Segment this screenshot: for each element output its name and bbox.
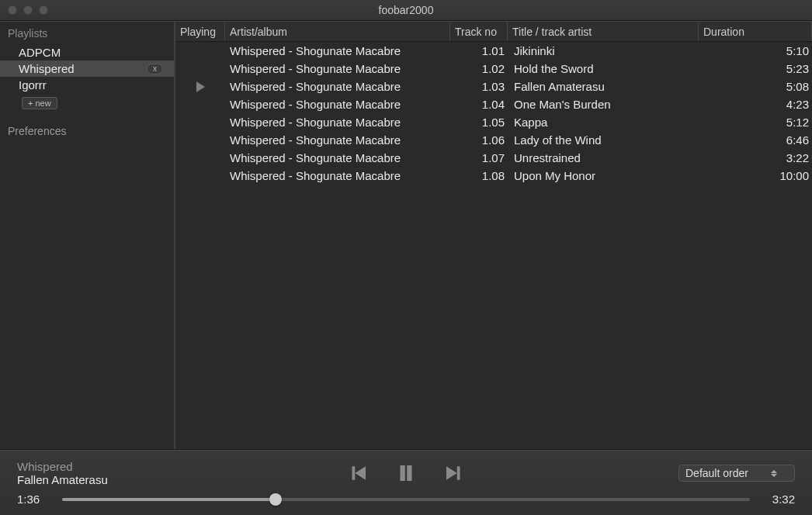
- artist-cell: Whispered - Shogunate Macabre: [225, 169, 450, 182]
- table-row[interactable]: Whispered - Shogunate Macabre1.04One Man…: [175, 95, 812, 113]
- sidebar-item-igorrr[interactable]: Igorrr: [0, 77, 174, 93]
- close-window-icon[interactable]: [8, 5, 17, 15]
- duration-cell: 10:00: [699, 169, 812, 182]
- bottom-bar: Whispered Fallen Amaterasu Default order…: [0, 450, 812, 515]
- duration-cell: 4:23: [699, 98, 812, 111]
- main-area: Playlists ADPCM Whispered x Igorrr + new…: [0, 21, 812, 450]
- artist-cell: Whispered - Shogunate Macabre: [225, 133, 450, 147]
- seek-fill: [62, 498, 276, 501]
- pause-button[interactable]: [392, 459, 420, 487]
- col-trackno[interactable]: Track no: [450, 22, 508, 41]
- playing-cell: [175, 81, 225, 92]
- now-playing: Whispered Fallen Amaterasu: [17, 460, 344, 486]
- col-duration[interactable]: Duration: [699, 22, 812, 41]
- artist-cell: Whispered - Shogunate Macabre: [225, 44, 450, 57]
- duration-cell: 5:23: [699, 62, 812, 75]
- previous-track-button[interactable]: [344, 459, 372, 487]
- table-header: Playing Artist/album Track no Title / tr…: [175, 22, 812, 42]
- title-cell: Jikininki: [508, 44, 699, 57]
- duration-cell: 3:22: [699, 151, 812, 164]
- title-cell: Kappa: [508, 116, 699, 129]
- title-cell: One Man's Burden: [508, 98, 699, 111]
- new-playlist-button[interactable]: + new: [22, 97, 57, 109]
- artist-cell: Whispered - Shogunate Macabre: [225, 116, 450, 129]
- window-title: foobar2000: [0, 4, 812, 16]
- now-playing-artist: Whispered: [17, 460, 344, 473]
- table-row[interactable]: Whispered - Shogunate Macabre1.05Kappa5:…: [175, 113, 812, 131]
- elapsed-time: 1:36: [17, 493, 48, 506]
- artist-cell: Whispered - Shogunate Macabre: [225, 151, 450, 164]
- title-cell: Fallen Amaterasu: [508, 80, 699, 93]
- trackno-cell: 1.05: [450, 116, 508, 129]
- playback-order-label: Default order: [685, 467, 748, 479]
- trackno-cell: 1.02: [450, 62, 508, 75]
- title-cell: Hold the Sword: [508, 62, 699, 75]
- playback-controls: [344, 459, 468, 487]
- duration-cell: 5:08: [699, 80, 812, 93]
- skip-previous-icon: [346, 461, 370, 485]
- seek-knob-icon[interactable]: [269, 493, 282, 506]
- window-titlebar: foobar2000: [0, 0, 812, 21]
- traffic-lights: [8, 5, 48, 15]
- minimize-window-icon[interactable]: [23, 5, 33, 15]
- seek-slider[interactable]: [62, 495, 750, 504]
- artist-cell: Whispered - Shogunate Macabre: [225, 62, 450, 75]
- sidebar-item-adpcm[interactable]: ADPCM: [0, 44, 174, 60]
- trackno-cell: 1.04: [450, 98, 508, 111]
- col-artist[interactable]: Artist/album: [225, 22, 450, 41]
- table-row[interactable]: Whispered - Shogunate Macabre1.06Lady of…: [175, 131, 812, 149]
- table-row[interactable]: Whispered - Shogunate Macabre1.01Jikinin…: [175, 42, 812, 60]
- remaining-time: 3:32: [764, 493, 795, 506]
- artist-cell: Whispered - Shogunate Macabre: [225, 98, 450, 111]
- trackno-cell: 1.03: [450, 80, 508, 93]
- title-cell: Unrestrained: [508, 151, 699, 164]
- trackno-cell: 1.08: [450, 169, 508, 182]
- trackno-cell: 1.06: [450, 133, 508, 147]
- sidebar: Playlists ADPCM Whispered x Igorrr + new…: [0, 22, 175, 449]
- now-playing-title: Fallen Amaterasu: [17, 473, 344, 486]
- close-playlist-icon[interactable]: x: [147, 64, 163, 74]
- artist-cell: Whispered - Shogunate Macabre: [225, 80, 450, 93]
- next-track-button[interactable]: [440, 459, 468, 487]
- sidebar-item-label: ADPCM: [19, 46, 61, 59]
- table-row[interactable]: Whispered - Shogunate Macabre1.08Upon My…: [175, 167, 812, 185]
- playlists-heading: Playlists: [0, 22, 174, 44]
- zoom-window-icon[interactable]: [39, 5, 48, 15]
- duration-cell: 5:12: [699, 116, 812, 129]
- progress-row: 1:36 3:32: [17, 493, 795, 506]
- trackno-cell: 1.07: [450, 151, 508, 164]
- title-cell: Upon My Honor: [508, 169, 699, 182]
- track-table: Playing Artist/album Track no Title / tr…: [175, 22, 812, 449]
- sidebar-item-whispered[interactable]: Whispered x: [0, 60, 174, 77]
- table-body: Whispered - Shogunate Macabre1.01Jikinin…: [175, 42, 812, 449]
- col-playing[interactable]: Playing: [175, 22, 225, 41]
- title-cell: Lady of the Wind: [508, 133, 699, 147]
- sidebar-item-label: Igorrr: [19, 78, 47, 92]
- skip-next-icon: [442, 461, 466, 485]
- duration-cell: 6:46: [699, 133, 812, 147]
- preferences-link[interactable]: Preferences: [0, 109, 174, 142]
- col-title[interactable]: Title / track artist: [508, 22, 699, 41]
- duration-cell: 5:10: [699, 44, 812, 57]
- sidebar-item-label: Whispered: [19, 62, 75, 75]
- play-indicator-icon: [196, 81, 205, 92]
- stepper-icon: [769, 470, 779, 477]
- pause-icon: [394, 461, 418, 485]
- table-row[interactable]: Whispered - Shogunate Macabre1.02Hold th…: [175, 60, 812, 78]
- playback-order-select[interactable]: Default order: [678, 465, 795, 482]
- table-row[interactable]: Whispered - Shogunate Macabre1.07Unrestr…: [175, 149, 812, 167]
- table-row[interactable]: Whispered - Shogunate Macabre1.03Fallen …: [175, 78, 812, 95]
- trackno-cell: 1.01: [450, 44, 508, 57]
